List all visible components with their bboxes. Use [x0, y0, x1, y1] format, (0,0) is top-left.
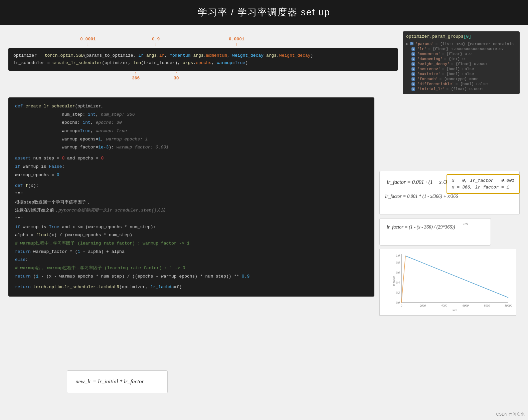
svg-text:10000: 10000: [505, 304, 512, 307]
badge-b4: b: [411, 57, 415, 61]
params-block: num_step: int, num_step: 366 epochs: int…: [15, 111, 368, 152]
epochs-label: 30: [174, 71, 179, 81]
badge-b5: b: [411, 62, 415, 66]
warmup-epochs-zero: warmup_epochs = 0: [15, 171, 368, 179]
param-groups-title-prefix: optimizer.param_groups: [406, 34, 464, 39]
docstring-line2: 注意在训练开始之前，pytorch会提前调用一次lr_scheduler.ste…: [15, 206, 368, 215]
param-groups-panel: optimizer.param_groups[0] ▶ b 'params' =…: [403, 31, 520, 94]
chart-container: 0.0 0.2 0.4 0.6 0.8 1.0 0 2000 4000 6000…: [379, 249, 516, 316]
right-formulas: lr_factor = 0.001 ⋅ (1 − x /366) + x /36…: [379, 97, 520, 316]
def-f-line: def f(x):: [15, 182, 368, 190]
result-x366: x = 366, lr_factor = 1: [452, 185, 514, 190]
param-warmup: warmup=True, warmup: True: [62, 127, 368, 135]
page-title: 学习率 / 学习率调度器 set up: [0, 6, 528, 19]
svg-text:8000: 8000: [484, 304, 490, 307]
return-decay: return (1 - (x - warmup_epochs * num_ste…: [15, 273, 368, 281]
badge-b9: b: [411, 82, 415, 86]
svg-text:2000: 2000: [420, 304, 426, 307]
svg-text:0.8: 0.8: [396, 261, 400, 264]
param-nesterov-row: b 'nesterov' = {bool} False: [406, 66, 516, 71]
results-box: x = 0, lr_factor = 0.001 x = 366, lr_fac…: [447, 174, 520, 194]
body-block: assert num_step > 0 and epochs > 0 if wa…: [15, 154, 368, 292]
return-lambda-line: return torch.optim.lr_scheduler.LambdaLR…: [15, 283, 368, 292]
param-warmup-factor: warmup_factor=1e-3): warmup_factor: 0.00…: [62, 143, 368, 152]
bottom-arrow-labels: 366 30: [8, 71, 398, 84]
else-line: else:: [15, 256, 368, 264]
svg-text:4000: 4000: [441, 304, 448, 307]
warmup-if-line: if warmup is True and x <= (warmup_epoch…: [15, 223, 368, 232]
docstring-line1: 根据step数返回一个学习率倍率因子，: [15, 198, 368, 207]
param-groups-title: optimizer.param_groups[0]: [406, 34, 516, 39]
chart-svg: 0.0 0.2 0.4 0.6 0.8 1.0 0 2000 4000 6000…: [391, 253, 512, 311]
param-wd-row: b 'weight_decay' = {float} 0.0001: [406, 61, 516, 66]
top-section: 0.0001 0.9 0.0001 optimizer = torch.opti…: [0, 31, 528, 94]
assert-line: assert num_step > 0 and epochs > 0: [15, 154, 368, 163]
alpha-line: alpha = float(x) / (warmup_epochs * num_…: [15, 231, 368, 240]
new-lr-formula-svg: new_lr = lr_initial * lr_factor: [74, 375, 161, 387]
comment-warmup: # warmup过程中，学习率因子 (learning rate factor)…: [15, 240, 368, 248]
return-warmup: return warmup_factor * (1 - alpha) + alp…: [15, 248, 368, 256]
optimizer-line2: lr_scheduler = create_lr_scheduler(optim…: [13, 59, 393, 67]
new-lr-formula-box: new_lr = lr_initial * lr_factor: [67, 370, 168, 393]
svg-text:0: 0: [401, 304, 402, 307]
svg-text:0.4: 0.4: [396, 281, 400, 284]
optimizer-section: 0.0001 0.9 0.0001 optimizer = torch.opti…: [8, 31, 398, 84]
badge-b2: b: [411, 47, 415, 51]
svg-text:0.2: 0.2: [396, 291, 400, 294]
optimizer-line1: optimizer = torch.optim.SGD(params_to_op…: [13, 52, 393, 59]
badge-b10: b: [411, 87, 415, 91]
lr-label: 0.0001: [80, 37, 96, 47]
svg-text:step: step: [453, 308, 458, 311]
function-section: def create_lr_scheduler(optimizer, num_s…: [0, 94, 528, 316]
param-maximize-row: b 'maximize' = {bool} False: [406, 71, 516, 76]
param-warmup-epochs: warmup_epochs=1, warmup_epochs: 1: [62, 135, 368, 144]
momentum-label: 0.9: [152, 37, 160, 47]
weight-decay-label: 0.0001: [229, 37, 244, 47]
svg-text:lr_factor = (1 - (x - 366) / (: lr_factor = (1 - (x - 366) / (29*366)): [387, 225, 455, 230]
param-dampening-row: b 'dampening' = {int} 0: [406, 56, 516, 61]
param-numstep: num_step: int, num_step: 366: [62, 111, 368, 119]
title-bar: 学习率 / 学习率调度器 set up: [0, 0, 528, 25]
badge-b: b: [410, 42, 413, 45]
decay-formula-box: lr_factor = (1 - (x - 366) / (29*366)) 0…: [379, 218, 491, 246]
badge-b3: b: [411, 52, 415, 56]
comment-post-warmup: # warmup后， warmup过程中，学习率因子 (learning rat…: [15, 264, 368, 273]
badge-b7: b: [411, 72, 415, 76]
svg-text:6000: 6000: [463, 304, 469, 307]
svg-text:new_lr = lr_initial * lr_facto: new_lr = lr_initial * lr_factor: [75, 378, 144, 385]
param-momentum-row: b 'momentum' = {float} 0.9: [406, 51, 516, 56]
param-epochs: epochs: int, epochs: 30: [62, 119, 368, 127]
param-expand-row: ▶ b 'params' = {list: 159} [Parameter co…: [406, 41, 516, 46]
decay-formula-svg: lr_factor = (1 - (x - 366) / (29*366)) 0…: [385, 222, 485, 240]
svg-text:1.0: 1.0: [396, 254, 400, 257]
result-x0: x = 0, lr_factor = 0.001: [452, 178, 514, 183]
badge-b8: b: [411, 77, 415, 81]
warmup-false-line: if warmup is False:: [15, 163, 368, 171]
param-initiallr-row: b 'initial_lr' = {float} 0.0001: [406, 86, 516, 91]
docstring-end: """: [15, 215, 368, 223]
docstring-start: """: [15, 190, 368, 198]
svg-text:0.6: 0.6: [396, 271, 400, 274]
param-foreach-row: b 'foreach' = {NoneType} None: [406, 76, 516, 81]
svg-text:0.9: 0.9: [464, 222, 468, 226]
num-step-label: 366: [132, 71, 140, 81]
param-lr-row: b 'lr' = {float} 1.00000000000000001e-07: [406, 46, 516, 51]
optimizer-code-block: optimizer = torch.optim.SGD(params_to_op…: [8, 48, 398, 71]
badge-b6: b: [411, 67, 415, 71]
top-arrow-labels: 0.0001 0.9 0.0001: [8, 31, 398, 48]
def-line: def create_lr_scheduler(optimizer,: [15, 102, 368, 111]
expand-icon: ▶: [406, 41, 408, 46]
svg-text:lr_factor = 0.001 * (1 - x/366: lr_factor = 0.001 * (1 - x/366) + x/366: [385, 194, 458, 199]
function-code-block: def create_lr_scheduler(optimizer, num_s…: [8, 97, 374, 297]
svg-text:0.0: 0.0: [396, 301, 400, 304]
page-wrapper: 学习率 / 学习率调度器 set up 0.0001 0.9 0.0001 op…: [0, 0, 528, 420]
warmup-formula-full-svg: lr_factor = 0.001 * (1 - x/366) + x/366: [385, 191, 465, 209]
param-diff-row: b 'differentiable' = {bool} False: [406, 81, 516, 86]
svg-text:lr factor: lr factor: [392, 276, 395, 286]
param-groups-title-index: [0]: [464, 34, 471, 39]
watermark: CSDN @郭庆水: [496, 412, 525, 417]
